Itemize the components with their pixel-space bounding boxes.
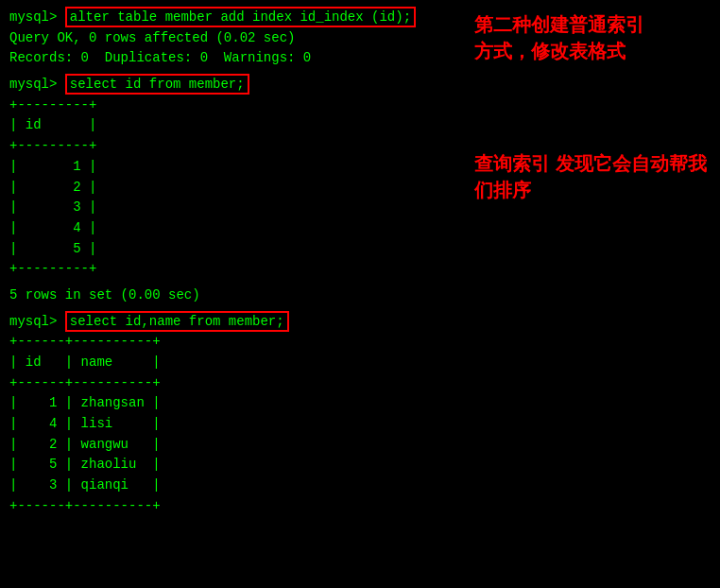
- prompt-2: mysql>: [9, 77, 65, 92]
- select-id-section: mysql> select id from member; +---------…: [9, 75, 465, 280]
- id-row-1: | 1 |: [9, 157, 465, 178]
- annotation-2-container: 查询索引 发现它会自动帮我们排序: [465, 75, 711, 204]
- select-id-name-command: select id,name from member;: [65, 311, 289, 332]
- alter-table-line: mysql> alter table member add index id_i…: [9, 8, 465, 28]
- prompt-3: mysql>: [9, 314, 65, 329]
- records-line: Records: 0 Duplicates: 0 Warnings: 0: [9, 48, 465, 69]
- annotation-text-2: 查询索引 发现它会自动帮我们排序: [474, 150, 711, 203]
- table-row-3: | 2 | wangwu |: [9, 435, 711, 456]
- select-id-name-line: mysql> select id,name from member;: [9, 312, 711, 333]
- annotation-text-1: 第二种创建普通索引 方式，修改表格式: [474, 11, 644, 64]
- annotation-1: 第二种创建普通索引 方式，修改表格式: [465, 8, 711, 65]
- rows-info: 5 rows in set (0.00 sec): [9, 285, 711, 306]
- id-sep-3: +---------+: [9, 259, 465, 280]
- id-col-header: | id |: [9, 115, 465, 136]
- command-row-1: mysql> alter table member add index id_i…: [9, 8, 711, 69]
- command-section-1: mysql> alter table member add index id_i…: [9, 8, 465, 69]
- alter-table-command: alter table member add index id_index (i…: [65, 7, 416, 27]
- table-sep-3: +------+----------+: [9, 496, 711, 517]
- table-row-2: | 4 | lisi |: [9, 414, 711, 435]
- table-header-row: | id | name |: [9, 353, 711, 373]
- select-id-command: select id from member;: [65, 74, 249, 95]
- id-row-5: | 5 |: [9, 239, 465, 260]
- table-row-1: | 1 | zhangsan |: [9, 393, 711, 414]
- table-row-4: | 5 | zhaoliu |: [9, 455, 711, 476]
- command-row-2: mysql> select id from member; +---------…: [9, 75, 711, 280]
- id-row-2: | 2 |: [9, 178, 465, 199]
- select-id-line: mysql> select id from member;: [9, 75, 465, 95]
- id-sep-1: +---------+: [9, 95, 465, 116]
- table-sep-1: +------+----------+: [9, 332, 711, 353]
- prompt-1: mysql>: [9, 9, 65, 25]
- id-row-3: | 3 |: [9, 198, 465, 218]
- id-row-4: | 4 |: [9, 218, 465, 239]
- id-sep-2: +---------+: [9, 136, 465, 157]
- query-ok-line: Query OK, 0 rows affected (0.02 sec): [9, 28, 465, 49]
- table-sep-2: +------+----------+: [9, 373, 711, 394]
- terminal-container: mysql> alter table member add index id_i…: [9, 8, 711, 517]
- table-row-5: | 3 | qianqi |: [9, 476, 711, 496]
